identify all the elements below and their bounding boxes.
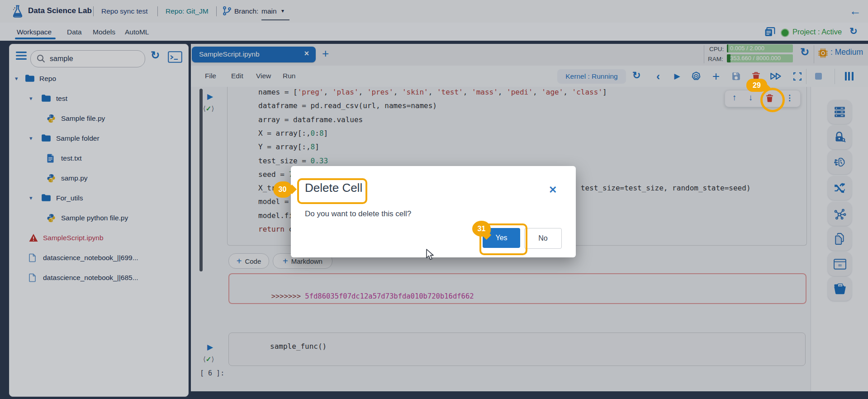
dialog-message: Do you want to delete this cell? (305, 209, 411, 218)
annotation-badge-31: 31 (472, 221, 491, 237)
annotation-badge-29: 29 (746, 79, 767, 92)
no-button-label: No (538, 234, 547, 242)
annotation-rect-title (297, 178, 367, 204)
mouse-cursor (426, 249, 436, 262)
close-dialog-icon[interactable]: ✕ (549, 184, 557, 196)
no-button[interactable]: No (524, 228, 562, 249)
annotation-badge-30: 30 (273, 181, 292, 198)
annotation-ring-delete-cell (760, 88, 785, 112)
app-window: Data Science Lab Repo sync test Repo: Gi… (0, 0, 868, 399)
